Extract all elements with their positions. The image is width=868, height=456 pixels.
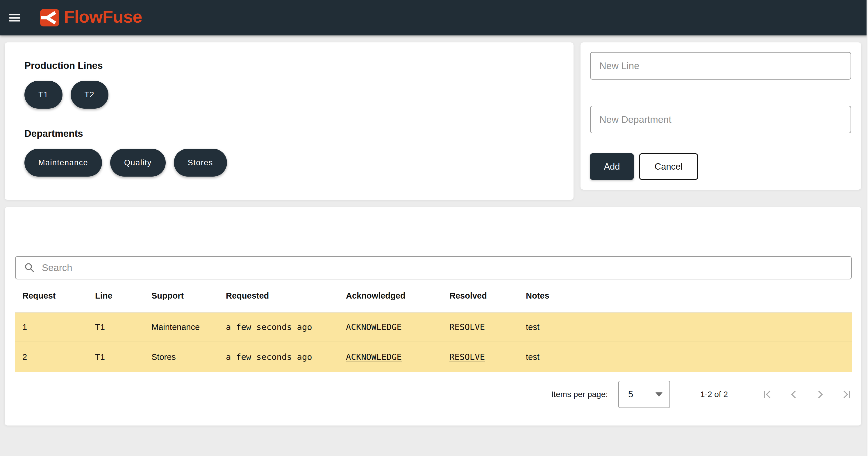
form-button-row: Add Cancel [590,153,851,180]
menu-icon[interactable] [9,14,20,22]
departments-title: Departments [24,127,574,140]
last-page-button[interactable] [841,389,852,400]
departments-chip-row: Maintenance Quality Stores [24,149,574,176]
search-box [15,256,852,280]
acknowledge-link[interactable]: ACKNOWLEDGE [346,352,402,362]
line-chip-t1[interactable]: T1 [24,81,62,109]
column-header-requested: Requested [219,291,339,301]
cell-requested: a few seconds ago [219,352,339,362]
add-button[interactable]: Add [590,153,634,180]
search-icon [24,262,35,273]
department-chip-maintenance[interactable]: Maintenance [24,149,102,176]
new-department-input[interactable] [590,106,851,133]
cell-line: T1 [88,322,144,332]
cell-requested: a few seconds ago [219,322,339,332]
resolve-link[interactable]: RESOLVE [450,352,485,362]
menu-bar [9,14,20,15]
first-page-icon [762,389,773,400]
cell-notes: test [519,352,852,362]
column-header-request: Request [15,291,88,301]
cell-support: Maintenance [144,322,219,332]
requests-table-card: Request Line Support Requested Acknowled… [5,207,861,425]
resolve-link[interactable]: RESOLVE [450,322,485,332]
previous-page-button[interactable] [788,389,799,400]
pagination-arrows [747,389,852,400]
chevron-left-icon [788,389,799,400]
items-per-page-select[interactable]: 5 [618,381,670,408]
items-per-page-label: Items per page: [551,390,608,399]
table-header-row: Request Line Support Requested Acknowled… [15,280,852,312]
acknowledge-link[interactable]: ACKNOWLEDGE [346,322,402,332]
new-line-input[interactable] [590,52,851,79]
last-page-icon [841,389,852,400]
column-header-support: Support [144,291,219,301]
next-page-button[interactable] [814,389,826,400]
cell-notes: test [519,322,852,332]
production-lines-title: Production Lines [24,59,574,72]
cell-support: Stores [144,352,219,362]
column-header-line: Line [88,291,144,301]
cell-line: T1 [88,352,144,362]
first-page-button[interactable] [762,389,773,400]
table-row: 1 T1 Maintenance a few seconds ago ACKNO… [15,312,852,342]
menu-bar [9,17,20,19]
cell-request: 2 [15,352,88,362]
column-header-notes: Notes [519,291,852,301]
items-per-page-value: 5 [628,389,655,400]
brand-logo: FlowFuse [40,8,142,27]
cancel-button[interactable]: Cancel [639,153,698,180]
page-range-label: 1-2 of 2 [700,390,728,399]
search-input[interactable] [42,262,843,273]
flowfuse-logo-icon [40,9,59,26]
production-lines-chip-row: T1 T2 [24,81,574,109]
vertical-scrollbar[interactable] [867,0,868,456]
department-chip-stores[interactable]: Stores [174,149,227,176]
pagination-bar: Items per page: 5 1-2 of 2 [15,381,852,408]
line-chip-t2[interactable]: T2 [71,81,109,109]
department-chip-quality[interactable]: Quality [110,149,166,176]
add-form-card: Add Cancel [581,42,861,190]
lines-departments-card: Production Lines T1 T2 Departments Maint… [5,42,574,200]
cell-request: 1 [15,322,88,332]
brand-name: FlowFuse [64,8,142,27]
column-header-resolved: Resolved [442,291,519,301]
top-navbar: FlowFuse [0,0,868,35]
menu-bar [9,20,20,22]
column-header-acknowledged: Acknowledged [339,291,442,301]
table-row: 2 T1 Stores a few seconds ago ACKNOWLEDG… [15,342,852,372]
caret-down-icon [655,392,662,397]
chevron-right-icon [814,389,826,400]
